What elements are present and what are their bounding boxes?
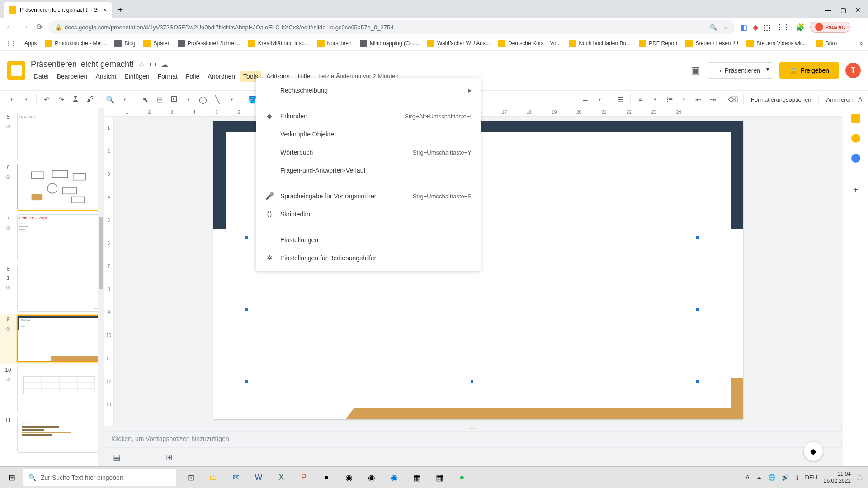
language-indicator[interactable]: DEU <box>805 474 817 481</box>
onedrive-icon[interactable]: ☁ <box>756 474 762 481</box>
menu-item-spelling[interactable]: Rechtschreibung ▶ <box>256 81 481 99</box>
redo-button[interactable]: ↷ <box>55 93 67 106</box>
slide-thumbnail[interactable] <box>17 366 101 413</box>
bookmark-item[interactable]: Deutsche Kurs + Vo... <box>498 40 561 47</box>
menu-item-dictionary[interactable]: Wörterbuch Strg+Umschalttaste+Y <box>256 143 481 161</box>
resize-handle[interactable] <box>696 235 699 239</box>
menu-anordnen[interactable]: Anordnen <box>204 71 238 82</box>
indent-decrease-button[interactable]: ⇤ <box>692 93 705 106</box>
reload-icon[interactable]: ⟳ <box>36 22 43 32</box>
image-dropdown[interactable]: ▼ <box>182 93 195 106</box>
numbered-list-button[interactable]: ≡ <box>634 93 647 106</box>
bookmark-item[interactable]: Professionell Schrei... <box>178 40 240 47</box>
slides-logo[interactable] <box>7 61 25 80</box>
powerpoint-icon[interactable]: P <box>293 468 315 488</box>
line-tool[interactable]: ╲ <box>211 93 224 106</box>
back-icon[interactable]: ← <box>5 22 14 32</box>
star-icon[interactable]: ☆ <box>138 60 145 69</box>
menu-item-accessibility[interactable]: ✲ Einstellungen für Bedienungshilfen <box>256 249 481 267</box>
transition-icon[interactable]: ⊙ <box>6 284 11 291</box>
slide-thumbnail[interactable]: Unter Text <box>17 113 101 160</box>
slide-thumbnail[interactable]: ━━━ <box>17 265 101 312</box>
tray-overflow-icon[interactable]: ᐱ <box>745 474 750 481</box>
bookmarks-overflow-icon[interactable]: » <box>859 40 863 47</box>
browser-menu-icon[interactable]: ⋮ <box>855 23 863 32</box>
resize-handle[interactable] <box>245 380 248 384</box>
spotify-icon[interactable]: ● <box>451 468 473 488</box>
cloud-status-icon[interactable]: ☁ <box>161 60 168 69</box>
browser-tab[interactable]: Präsentieren leicht gemacht! - G × <box>4 2 112 18</box>
menu-item-explore[interactable]: ◆ Erkunden Strg+Alt+Umschalttaste+I <box>256 107 481 125</box>
undo-button[interactable]: ↶ <box>40 93 53 106</box>
bookmark-item[interactable]: Mindmapping (Gru... <box>360 40 419 47</box>
add-addon-icon[interactable]: + <box>853 185 859 195</box>
transition-icon[interactable]: ⊙ <box>6 325 11 332</box>
bookmark-item[interactable]: Kreativität und Insp... <box>248 40 309 47</box>
menu-folie[interactable]: Folie <box>183 71 203 82</box>
share-button[interactable]: 🔒 Freigeben <box>779 62 839 79</box>
slide-thumbnail-active[interactable]: Titeltext━━━━━━━ <box>17 315 101 362</box>
collapse-toolbar-icon[interactable]: ᐱ <box>858 96 863 103</box>
tasks-icon[interactable] <box>851 154 860 163</box>
close-window-icon[interactable]: ✕ <box>855 6 861 14</box>
slide-thumbnail[interactable]: Erste Folie - Beispiel━━━━━━━━━━━━━━━━━━… <box>17 214 101 261</box>
image-tool[interactable]: 🖼 <box>168 93 180 106</box>
edge-icon[interactable]: ◉ <box>383 468 405 488</box>
move-icon[interactable]: 🗀 <box>149 60 156 69</box>
forward-icon[interactable]: → <box>21 22 29 32</box>
clock[interactable]: 11:04 26.02.2021 <box>824 471 851 484</box>
menu-ansicht[interactable]: Ansicht <box>92 71 119 82</box>
shape-tool[interactable]: ◯ <box>197 93 209 106</box>
transition-icon[interactable]: ⊙ <box>6 224 11 231</box>
extension-icon[interactable]: ◧ <box>741 23 747 32</box>
address-bar[interactable]: 🔒 docs.google.com/presentation/d/1yV372S… <box>48 20 735 34</box>
resize-handle[interactable] <box>470 380 474 384</box>
present-dropdown[interactable]: ▼ <box>763 62 773 79</box>
resize-handle[interactable] <box>245 308 248 311</box>
menu-datei[interactable]: Datei <box>31 71 52 82</box>
menu-item-settings[interactable]: Einstellungen <box>256 231 481 249</box>
star-icon[interactable]: ☆ <box>723 24 729 31</box>
document-title[interactable]: Präsentieren leicht gemacht! <box>31 60 134 69</box>
bookmark-item[interactable]: PDF Report <box>639 40 677 47</box>
present-button[interactable]: ▭ Präsentieren <box>707 62 769 79</box>
menu-item-voice-notes[interactable]: 🎤 Spracheingabe für Vortragsnotizen Strg… <box>256 187 481 205</box>
task-view-icon[interactable]: ⊡ <box>180 468 202 488</box>
bookmark-item[interactable]: Steuern Lesen !!!! <box>685 40 738 47</box>
print-button[interactable]: 🖶 <box>69 93 82 106</box>
zoom-button[interactable]: 🔍 <box>104 93 117 106</box>
clear-format-button[interactable]: ⌫ <box>727 93 740 106</box>
close-tab-icon[interactable]: × <box>103 6 107 14</box>
comments-icon[interactable]: ▣ <box>691 65 700 76</box>
bookmark-item[interactable]: Wahlfächer WU Aus... <box>427 40 490 47</box>
slide-filmstrip[interactable]: 5⊙ Unter Text 6⊙ 7⊙ Erste Folie - Beispi… <box>0 108 104 466</box>
explore-fab[interactable]: ◆ <box>804 442 823 461</box>
volume-icon[interactable]: 🔊 <box>782 474 789 481</box>
new-slide-button[interactable]: + <box>5 93 18 106</box>
profile-badge[interactable]: Pausiert <box>810 22 850 33</box>
animate-button[interactable]: Animieren <box>822 96 856 103</box>
paint-format-button[interactable]: 🖌 <box>84 93 96 106</box>
resize-handle[interactable] <box>696 308 699 311</box>
bulleted-list-dropdown[interactable]: ▼ <box>678 93 690 106</box>
user-avatar[interactable]: T <box>845 63 861 78</box>
extension-icon[interactable]: ⬚ <box>764 23 770 32</box>
new-tab-button[interactable]: + <box>114 4 127 16</box>
bookmark-item[interactable]: Blog <box>114 40 135 47</box>
chrome-icon[interactable]: ◉ <box>361 468 382 488</box>
new-slide-dropdown[interactable]: ▼ <box>20 93 33 106</box>
bookmark-item[interactable]: Später <box>143 40 169 47</box>
excel-icon[interactable]: X <box>270 468 292 488</box>
transition-icon[interactable]: ⊙ <box>6 123 11 130</box>
apps-shortcut[interactable]: ⋮⋮⋮Apps <box>5 40 37 47</box>
notepad-icon[interactable]: ▦ <box>406 468 428 488</box>
transition-icon[interactable]: ⊙ <box>6 174 11 180</box>
numbered-list-dropdown[interactable]: ▼ <box>649 93 661 106</box>
bookmark-item[interactable]: Kursideen <box>317 40 352 47</box>
align-dropdown[interactable]: ▼ <box>594 93 606 106</box>
menu-format[interactable]: Format <box>155 71 181 82</box>
select-tool[interactable]: ⬉ <box>139 93 151 106</box>
keep-icon[interactable] <box>851 134 860 143</box>
menu-einfuegen[interactable]: Einfügen <box>121 71 152 82</box>
bookmark-item[interactable]: Steuern Videos wic... <box>746 40 807 47</box>
